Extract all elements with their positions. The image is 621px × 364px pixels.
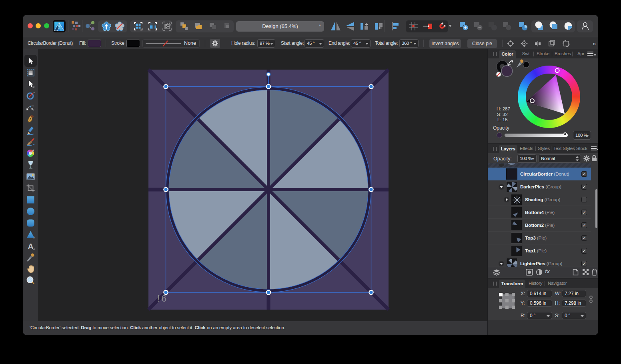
svg-text:A: A	[28, 242, 34, 250]
svg-text:!6: !6	[156, 294, 167, 304]
